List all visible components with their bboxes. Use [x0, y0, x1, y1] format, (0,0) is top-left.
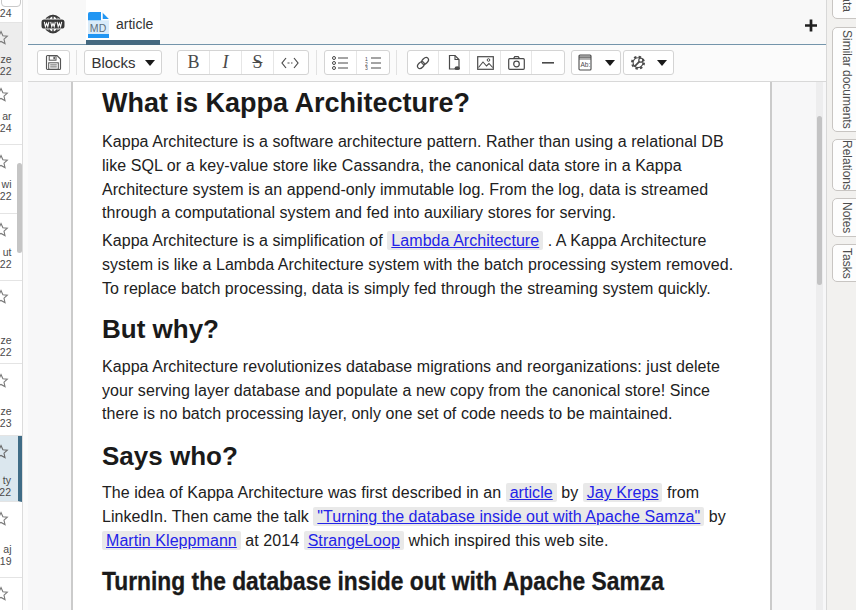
svg-text:Ab:: Ab: — [580, 61, 590, 68]
svg-text:MD: MD — [90, 21, 107, 33]
svg-text:3: 3 — [365, 65, 368, 70]
